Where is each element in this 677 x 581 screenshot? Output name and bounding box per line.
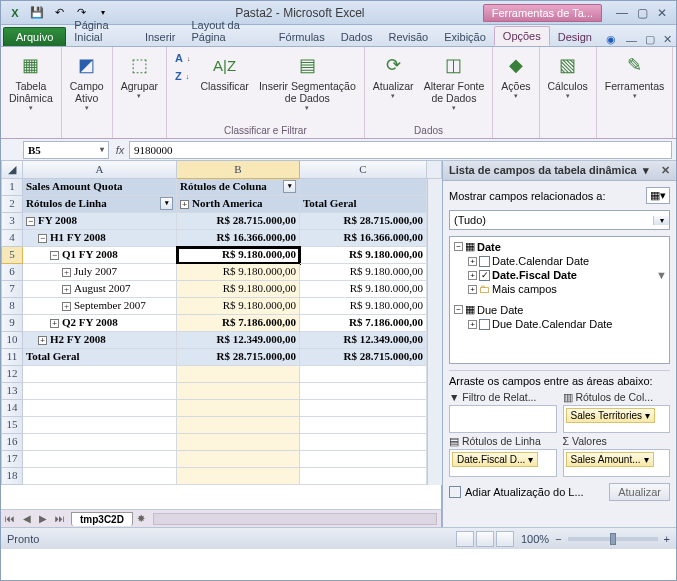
collapse-icon[interactable]: − bbox=[454, 242, 463, 251]
change-source-button[interactable]: ◫Alterar Fonte de Dados▾ bbox=[422, 50, 487, 114]
row-header[interactable]: 11 bbox=[1, 349, 23, 366]
cell[interactable]: R$ 7.186.000,00 bbox=[177, 315, 300, 332]
cell[interactable] bbox=[177, 434, 300, 451]
minimize-icon[interactable]: — bbox=[614, 6, 630, 20]
cell[interactable]: R$ 9.180.000,00 bbox=[177, 264, 300, 281]
row-header[interactable]: 7 bbox=[1, 281, 23, 298]
sheet-nav-next-icon[interactable]: ▶ bbox=[35, 513, 51, 524]
cell[interactable] bbox=[23, 366, 177, 383]
grid[interactable]: ◢ABC1Sales Amount QuotaRótulos de Coluna… bbox=[1, 161, 441, 485]
mdi-minimize-icon[interactable]: — bbox=[622, 34, 641, 46]
help-icon[interactable]: ◉ bbox=[600, 33, 622, 46]
tab-file[interactable]: Arquivo bbox=[3, 27, 66, 46]
chip-rows[interactable]: Date.Fiscal D...▾ bbox=[452, 452, 538, 467]
hscroll[interactable] bbox=[153, 513, 437, 525]
row-header[interactable]: 17 bbox=[1, 451, 23, 468]
cell[interactable]: Total Geral bbox=[23, 349, 177, 366]
cell[interactable]: R$ 16.366.000,00 bbox=[300, 230, 427, 247]
cell[interactable] bbox=[300, 468, 427, 485]
checkbox-checked[interactable]: ✓ bbox=[479, 270, 490, 281]
chip-cols[interactable]: Sales Territories▾ bbox=[566, 408, 656, 423]
cell[interactable]: +Q2 FY 2008 bbox=[23, 315, 177, 332]
area-vals-box[interactable]: Sales Amount...▾ bbox=[563, 449, 671, 477]
close-icon[interactable]: ✕ bbox=[654, 6, 670, 20]
sort-button[interactable]: A|ZClassificar bbox=[198, 50, 250, 94]
cell[interactable]: R$ 12.349.000,00 bbox=[300, 332, 427, 349]
formula-input[interactable] bbox=[129, 141, 672, 159]
calcs-button[interactable]: ▧Cálculos▾ bbox=[546, 50, 590, 102]
cell[interactable] bbox=[300, 451, 427, 468]
row-header[interactable]: 3 bbox=[1, 213, 23, 230]
cell[interactable]: R$ 28.715.000,00 bbox=[300, 349, 427, 366]
cell[interactable]: R$ 9.180.000,00 bbox=[300, 281, 427, 298]
cell[interactable] bbox=[23, 468, 177, 485]
row-header[interactable]: 16 bbox=[1, 434, 23, 451]
cell[interactable] bbox=[23, 417, 177, 434]
row-header[interactable]: 13 bbox=[1, 383, 23, 400]
zoom-in-icon[interactable]: + bbox=[664, 533, 670, 545]
row-header[interactable]: 18 bbox=[1, 468, 23, 485]
cell[interactable] bbox=[300, 417, 427, 434]
cell[interactable]: R$ 9.180.000,00 bbox=[177, 281, 300, 298]
row-header[interactable]: 10 bbox=[1, 332, 23, 349]
cell[interactable]: Total Geral bbox=[300, 196, 427, 213]
cell[interactable]: R$ 9.180.000,00 bbox=[177, 247, 300, 264]
cell[interactable]: R$ 28.715.000,00 bbox=[177, 213, 300, 230]
col-header[interactable]: A bbox=[23, 161, 177, 179]
tab-insert[interactable]: Inserir bbox=[137, 28, 184, 46]
filter-dropdown-icon[interactable]: ▾ bbox=[283, 180, 296, 193]
cell[interactable] bbox=[177, 468, 300, 485]
sheet-tab[interactable]: tmp3C2D bbox=[71, 512, 133, 526]
save-icon[interactable]: 💾 bbox=[29, 5, 45, 21]
cell[interactable]: R$ 28.715.000,00 bbox=[177, 349, 300, 366]
cell[interactable]: +North America bbox=[177, 196, 300, 213]
cell[interactable] bbox=[177, 417, 300, 434]
row-header[interactable]: 5 bbox=[1, 247, 23, 264]
cell[interactable]: +August 2007 bbox=[23, 281, 177, 298]
cell[interactable] bbox=[23, 434, 177, 451]
sort-az-button[interactable]: A↓ bbox=[173, 50, 192, 66]
cell[interactable]: Rótulos de Coluna▾ bbox=[177, 179, 300, 196]
name-box[interactable]: B5▾ bbox=[23, 141, 109, 159]
defer-checkbox[interactable] bbox=[449, 486, 461, 498]
cell[interactable] bbox=[177, 383, 300, 400]
insert-slicer-button[interactable]: ▤Inserir Segmentação de Dados▾ bbox=[257, 50, 358, 114]
cell[interactable] bbox=[300, 179, 427, 196]
outline-toggle-icon[interactable]: + bbox=[180, 200, 189, 209]
col-header[interactable]: C bbox=[300, 161, 427, 179]
group-button[interactable]: ⬚Agrupar▾ bbox=[119, 50, 160, 102]
related-combo[interactable]: (Tudo)▾ bbox=[449, 210, 670, 230]
tab-home[interactable]: Página Inicial bbox=[66, 16, 137, 46]
panel-close-icon[interactable]: ✕ bbox=[661, 164, 670, 177]
cell[interactable]: −H1 FY 2008 bbox=[23, 230, 177, 247]
row-header[interactable]: 12 bbox=[1, 366, 23, 383]
cell[interactable]: R$ 9.180.000,00 bbox=[300, 247, 427, 264]
col-header[interactable]: B bbox=[177, 161, 300, 179]
cell[interactable] bbox=[300, 434, 427, 451]
cell[interactable]: R$ 12.349.000,00 bbox=[177, 332, 300, 349]
area-filter-box[interactable] bbox=[449, 405, 557, 433]
expand-icon[interactable]: + bbox=[468, 257, 477, 266]
cell[interactable] bbox=[177, 451, 300, 468]
row-header[interactable]: 15 bbox=[1, 417, 23, 434]
cell[interactable] bbox=[300, 383, 427, 400]
cell[interactable]: +July 2007 bbox=[23, 264, 177, 281]
cell[interactable]: R$ 7.186.000,00 bbox=[300, 315, 427, 332]
panel-menu-icon[interactable]: ▾ bbox=[643, 164, 649, 177]
outline-toggle-icon[interactable]: − bbox=[38, 234, 47, 243]
cell[interactable]: R$ 9.180.000,00 bbox=[300, 264, 427, 281]
layout-icon[interactable]: ▦▾ bbox=[646, 187, 670, 204]
row-header[interactable]: 14 bbox=[1, 400, 23, 417]
cell[interactable]: Rótulos de Linha▾ bbox=[23, 196, 177, 213]
row-header[interactable]: 9 bbox=[1, 315, 23, 332]
outline-toggle-icon[interactable]: − bbox=[26, 217, 35, 226]
expand-icon[interactable]: + bbox=[468, 285, 477, 294]
cell[interactable] bbox=[300, 366, 427, 383]
collapse-icon[interactable]: − bbox=[454, 305, 463, 314]
active-field-button[interactable]: ◩Campo Ativo▾ bbox=[68, 50, 106, 114]
outline-toggle-icon[interactable]: − bbox=[50, 251, 59, 260]
cell[interactable] bbox=[177, 400, 300, 417]
sheet-nav-last-icon[interactable]: ⏭ bbox=[51, 513, 69, 524]
expand-icon[interactable]: + bbox=[468, 320, 477, 329]
cell[interactable] bbox=[23, 383, 177, 400]
